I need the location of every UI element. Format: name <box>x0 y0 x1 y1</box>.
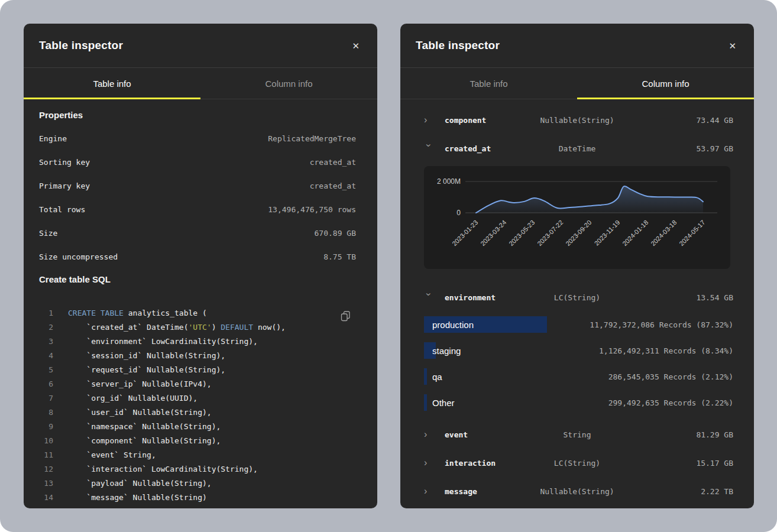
sql-token: `environment` LowCardinality(String), <box>68 337 258 346</box>
sql-line: 12 `interaction` LowCardinality(String), <box>24 462 377 476</box>
chevron-right-icon[interactable]: › <box>424 115 432 125</box>
tab-column-info[interactable]: Column info <box>577 68 754 99</box>
sql-token: analytics_table ( <box>124 309 207 317</box>
property-value: ReplicatedMergeTree <box>268 134 356 143</box>
column-list: ›componentNullable(String)73.44 GB›creat… <box>400 106 754 505</box>
column-type: LC(String) <box>554 459 600 468</box>
sql-token: `session_id` Nullable(String), <box>68 351 225 360</box>
line-number: 9 <box>39 422 53 431</box>
sql-token: CREATE TABLE <box>68 309 124 317</box>
env-value-row: qa286,545,035 Records (2.12%) <box>400 364 754 390</box>
chevron-down-icon[interactable]: › <box>424 144 433 152</box>
line-number: 6 <box>39 379 53 388</box>
tab-bar: Table infoColumn info <box>24 68 377 99</box>
line-number: 8 <box>39 408 53 417</box>
sql-token: `user_id` Nullable(String), <box>68 408 212 417</box>
env-value-row: Other299,492,635 Records (2.22%) <box>400 390 754 416</box>
env-records-text: 11,792,372,086 Records (87.32%) <box>590 320 733 329</box>
column-type: Nullable(String) <box>540 116 614 125</box>
sql-code-text: `session_id` Nullable(String), <box>68 351 225 360</box>
env-value-label: production <box>432 320 474 330</box>
sql-code-text: `org_id` Nullable(UUID), <box>68 394 198 403</box>
property-row: Primary keycreated_at <box>24 174 377 197</box>
sql-code-text: `server_ip` Nullable(IPv4), <box>68 379 212 388</box>
chevron-right-icon[interactable]: › <box>424 486 432 496</box>
line-number: 10 <box>39 436 53 445</box>
property-row: Size670.89 GB <box>24 221 377 245</box>
tab-column-info[interactable]: Column info <box>200 68 377 99</box>
property-key: Engine <box>39 134 67 143</box>
copy-button[interactable] <box>340 310 351 322</box>
properties-section-title: Properties <box>39 109 362 122</box>
y-axis-label: 0 <box>457 209 461 217</box>
sql-line: 1CREATE TABLE analytics_table ( <box>24 306 377 320</box>
property-key: Primary key <box>39 181 90 190</box>
tab-table-info[interactable]: Table info <box>24 68 200 99</box>
tab-bar: Table infoColumn info <box>400 68 754 99</box>
x-axis-label: 2023-09-20 <box>564 219 593 247</box>
line-number: 5 <box>39 365 53 374</box>
env-value-row: staging1,126,492,311 Records (8.34%) <box>400 338 754 364</box>
sql-code-text: ) ENGINE = ReplicatedMergeTree('/clickho… <box>68 507 374 509</box>
create-table-sql-title: Create table SQL <box>39 273 362 286</box>
line-number: 4 <box>39 351 53 360</box>
sql-line: 11 `event` String, <box>24 447 377 462</box>
column-name: interaction <box>445 459 496 468</box>
sql-token: `message` Nullable(String) <box>68 493 207 502</box>
column-row[interactable]: ›messageNullable(String)2.22 TB <box>400 477 754 505</box>
sql-token: `interaction` LowCardinality(String), <box>68 465 258 473</box>
line-number: 15 <box>39 507 53 509</box>
copy-icon <box>340 310 351 322</box>
sql-token: `request_id` Nullable(String), <box>68 365 225 374</box>
x-axis-label: 2024-01-18 <box>621 219 649 247</box>
close-button[interactable]: ✕ <box>349 39 362 53</box>
y-axis-label: 2 000M <box>437 177 461 186</box>
env-value-label: qa <box>432 372 442 382</box>
column-row[interactable]: ›interactionLC(String)15.17 GB <box>400 449 754 477</box>
column-size: 13.54 GB <box>696 293 733 302</box>
column-row[interactable]: ›created_atDateTime53.97 GB <box>400 134 754 163</box>
column-size: 2.22 TB <box>701 487 733 496</box>
tab-table-info[interactable]: Table info <box>400 68 577 99</box>
properties-list: EngineReplicatedMergeTreeSorting keycrea… <box>24 126 377 268</box>
chevron-right-icon[interactable]: › <box>424 458 432 468</box>
sql-token: DEFAULT <box>221 323 253 332</box>
env-records-text: 1,126,492,311 Records (8.34%) <box>599 346 733 355</box>
column-type: Nullable(String) <box>540 487 614 496</box>
env-records-text: 299,492,635 Records (2.22%) <box>608 398 733 407</box>
column-row[interactable]: ›componentNullable(String)73.44 GB <box>400 106 754 134</box>
close-button[interactable]: ✕ <box>726 39 739 53</box>
sql-code-text: `created_at` DateTime('UTC') DEFAULT now… <box>68 323 286 332</box>
column-name: event <box>445 430 468 439</box>
property-value: 8.75 TB <box>323 252 356 261</box>
sql-token: '/clickhouse/tables/{uuid}/{shard}' <box>212 507 374 509</box>
chevron-down-icon[interactable]: › <box>424 293 433 301</box>
x-axis-label: 2023-07-22 <box>536 219 564 247</box>
sql-code-text: `user_id` Nullable(String), <box>68 408 212 417</box>
sql-token: ENGINE <box>77 507 105 509</box>
sql-token: ) <box>68 507 77 509</box>
sql-code-text: `namespace` Nullable(String), <box>68 422 221 431</box>
property-value: 670.89 GB <box>315 229 356 238</box>
sql-token: ) <box>212 323 221 332</box>
sql-code-text: `interaction` LowCardinality(String), <box>68 465 258 473</box>
column-name: created_at <box>445 144 491 153</box>
area-fill <box>476 186 703 213</box>
line-number: 13 <box>39 479 53 488</box>
line-number: 14 <box>39 493 53 502</box>
line-number: 12 <box>39 465 53 473</box>
sql-line: 4 `session_id` Nullable(String), <box>24 348 377 362</box>
sql-token: now(), <box>253 323 286 332</box>
column-row[interactable]: ›environmentLC(String)13.54 GB <box>400 283 754 312</box>
sql-line: 15) ENGINE = ReplicatedMergeTree('/click… <box>24 504 377 508</box>
column-row[interactable]: ›eventString81.29 GB <box>400 420 754 449</box>
chevron-right-icon[interactable]: › <box>424 430 432 439</box>
modal-header: Table inspector ✕ <box>400 24 754 68</box>
sql-token: = ReplicatedMergeTree( <box>105 507 212 509</box>
env-value-label: staging <box>432 346 461 356</box>
sql-line: 13 `payload` Nullable(String), <box>24 476 377 490</box>
modal-title: Table inspector <box>39 39 123 52</box>
x-axis-label: 2024-03-18 <box>649 219 678 247</box>
line-number: 1 <box>39 309 53 317</box>
x-axis-label: 2023-05-23 <box>507 219 536 247</box>
